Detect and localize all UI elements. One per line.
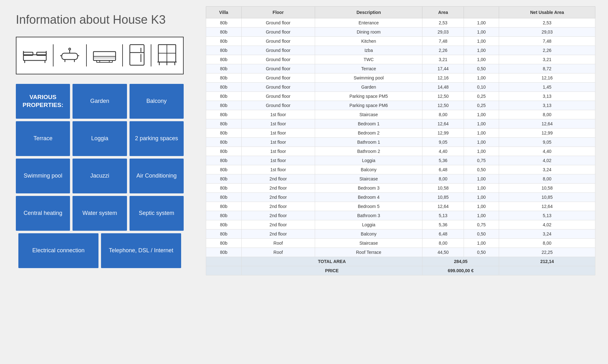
table-cell: 1st floor bbox=[241, 156, 315, 165]
table-cell: 9,05 bbox=[422, 138, 464, 147]
table-cell: 80b bbox=[206, 110, 242, 119]
table-cell: 1,00 bbox=[464, 119, 499, 129]
table-cell: 3,21 bbox=[422, 55, 464, 64]
table-cell: 0,10 bbox=[464, 83, 499, 92]
table-row: 80b2nd floorBedroom 310,581,0010,58 bbox=[206, 184, 595, 193]
left-panel: Information about House K3 bbox=[0, 0, 196, 364]
total-cell bbox=[206, 257, 242, 266]
table-cell: 1st floor bbox=[241, 119, 315, 129]
table-cell: 80b bbox=[206, 37, 242, 46]
table-cell: 1,00 bbox=[464, 110, 499, 119]
table-row: 80bGround floorParking space PM612,500,2… bbox=[206, 101, 595, 110]
table-cell: 1,00 bbox=[464, 184, 499, 193]
table-cell: 2,53 bbox=[422, 18, 464, 28]
table-cell: 3,21 bbox=[499, 55, 595, 64]
table-cell: 1,00 bbox=[464, 174, 499, 184]
right-panel: Villa Floor Description Area Net Usable … bbox=[196, 0, 608, 364]
table-cell: 1,00 bbox=[464, 55, 499, 64]
table-cell: 80b bbox=[206, 129, 242, 138]
table-cell: Roof bbox=[241, 239, 315, 248]
table-cell: 1,00 bbox=[464, 202, 499, 211]
table-cell: Staircase bbox=[315, 110, 422, 119]
table-cell: Ground floor bbox=[241, 73, 315, 83]
table-cell: 80b bbox=[206, 46, 242, 55]
icons-box bbox=[16, 37, 184, 74]
table-cell: 0,25 bbox=[464, 92, 499, 101]
table-row: 80bGround floorEnterance2,531,002,53 bbox=[206, 18, 595, 28]
table-cell: Ground floor bbox=[241, 64, 315, 73]
table-cell: 1,00 bbox=[464, 18, 499, 28]
table-cell: Ground floor bbox=[241, 46, 315, 55]
table-row: 80bGround floorTWC3,211,003,21 bbox=[206, 55, 595, 64]
table-cell: 1,00 bbox=[464, 211, 499, 220]
table-cell: 80b bbox=[206, 174, 242, 184]
fridge-icon bbox=[128, 43, 146, 68]
prop-air-conditioning: Air Conditioning bbox=[130, 159, 184, 193]
price-cell: 699.000,00 € bbox=[422, 266, 499, 275]
col-description: Description bbox=[315, 7, 422, 18]
table-cell: 2nd floor bbox=[241, 174, 315, 184]
table-cell: 80b bbox=[206, 248, 242, 257]
table-cell: Bathroom 1 bbox=[315, 138, 422, 147]
table-row: 80b2nd floorBedroom 410,851,0010,85 bbox=[206, 193, 595, 202]
table-cell: Bedroom 4 bbox=[315, 193, 422, 202]
various-properties-header: VARIOUSPROPERTIES: bbox=[16, 84, 70, 119]
bathroom-icon bbox=[59, 44, 81, 67]
table-cell: 1,00 bbox=[464, 239, 499, 248]
price-cell bbox=[206, 266, 242, 275]
table-cell: 2,26 bbox=[499, 46, 595, 55]
table-cell: 5,13 bbox=[422, 211, 464, 220]
table-cell: 22,25 bbox=[499, 248, 595, 257]
table-cell: 8,00 bbox=[499, 110, 595, 119]
table-cell: Bedroom 3 bbox=[315, 184, 422, 193]
table-cell: 80b bbox=[206, 64, 242, 73]
page-title: Information about House K3 bbox=[16, 13, 184, 27]
table-cell: 80b bbox=[206, 83, 242, 92]
table-cell: 1,00 bbox=[464, 73, 499, 83]
balcony-icon bbox=[157, 43, 177, 68]
table-cell: 0,25 bbox=[464, 101, 499, 110]
svg-rect-20 bbox=[130, 45, 144, 65]
table-row: 80b1st floorLoggia5,360,754,02 bbox=[206, 156, 595, 165]
table-cell: 2nd floor bbox=[241, 220, 315, 229]
table-cell: 1,00 bbox=[464, 28, 499, 37]
prop-loggia: Loggia bbox=[73, 121, 127, 156]
icon-divider bbox=[53, 44, 54, 66]
table-cell: 12,99 bbox=[499, 129, 595, 138]
table-row: 80bGround floorKitchen7,481,007,48 bbox=[206, 37, 595, 46]
prop-telephone: Telephone, DSL / Internet bbox=[101, 233, 181, 268]
table-cell: 10,85 bbox=[422, 193, 464, 202]
table-cell: 17,44 bbox=[422, 64, 464, 73]
table-cell: Garden bbox=[315, 83, 422, 92]
table-cell: 8,00 bbox=[422, 239, 464, 248]
table-cell: 0,75 bbox=[464, 156, 499, 165]
table-cell: Bathroom 2 bbox=[315, 147, 422, 156]
prop-water-system: Water system bbox=[73, 196, 127, 231]
table-cell: 80b bbox=[206, 101, 242, 110]
table-cell: 14,48 bbox=[422, 83, 464, 92]
table-cell: 0,50 bbox=[464, 248, 499, 257]
table-cell: 80b bbox=[206, 55, 242, 64]
table-cell: Bedroom 5 bbox=[315, 202, 422, 211]
table-cell: Roof bbox=[241, 248, 315, 257]
table-cell: Parking space PM5 bbox=[315, 92, 422, 101]
table-cell: 8,72 bbox=[499, 64, 595, 73]
table-cell: 12,50 bbox=[422, 101, 464, 110]
table-cell: 1,00 bbox=[464, 138, 499, 147]
table-cell: Ground floor bbox=[241, 18, 315, 28]
table-cell: 7,48 bbox=[422, 37, 464, 46]
table-cell: 4,02 bbox=[499, 220, 595, 229]
table-cell: 80b bbox=[206, 202, 242, 211]
table-row: 80b2nd floorBedroom 512,641,0012,64 bbox=[206, 202, 595, 211]
table-cell: Bathroom 3 bbox=[315, 211, 422, 220]
table-cell: Swimming pool bbox=[315, 73, 422, 83]
table-row: 80bGround floorParking space PM512,500,2… bbox=[206, 92, 595, 101]
table-cell: 0,50 bbox=[464, 64, 499, 73]
table-cell: 2,53 bbox=[499, 18, 595, 28]
prop-electrical: Electrical connection bbox=[18, 233, 98, 268]
table-cell: Ground floor bbox=[241, 92, 315, 101]
table-cell: 80b bbox=[206, 211, 242, 220]
table-cell: 2nd floor bbox=[241, 202, 315, 211]
table-cell: 80b bbox=[206, 165, 242, 174]
table-cell: 4,40 bbox=[422, 147, 464, 156]
